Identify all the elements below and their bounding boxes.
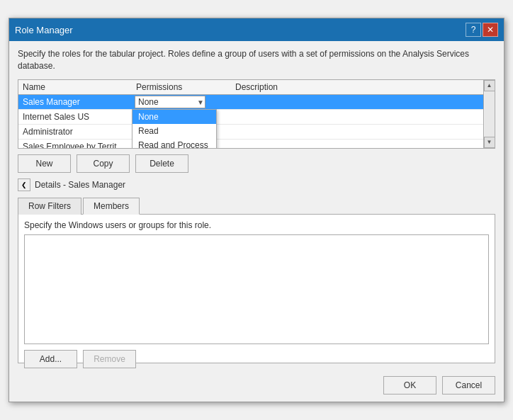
dropdown-item-none[interactable]: None	[133, 110, 216, 124]
title-bar-buttons: ? ✕	[466, 23, 498, 37]
table-scrollbar[interactable]: ▲ ▼	[483, 80, 495, 148]
table-row[interactable]: Administrator	[18, 124, 495, 139]
delete-button[interactable]: Delete	[135, 154, 188, 173]
role-manager-dialog: Role Manager ? ✕ Specify the roles for t…	[9, 18, 504, 402]
roles-table-container: Name Permissions Description Sales Manag…	[18, 79, 495, 149]
row-description	[231, 139, 495, 149]
row-name: Internet Sales US	[18, 109, 132, 124]
row-name: Sales Employee by Territ...	[18, 139, 132, 149]
row-name: Sales Manager	[18, 94, 132, 109]
table-row[interactable]: Sales Manager None Read Read and Process…	[18, 94, 495, 109]
close-button[interactable]: ✕	[483, 23, 498, 37]
scroll-track	[485, 91, 495, 137]
scroll-down-arrow[interactable]: ▼	[484, 137, 495, 148]
remove-button[interactable]: Remove	[83, 350, 136, 368]
row-description	[231, 94, 495, 109]
copy-button[interactable]: Copy	[77, 154, 130, 173]
row-description	[231, 109, 495, 124]
col-header-description: Description	[231, 80, 495, 95]
members-list	[24, 234, 489, 344]
details-section: ❮ Details - Sales Manager	[18, 178, 495, 191]
col-header-name: Name	[18, 80, 132, 95]
tab-row-filters-label: Row Filters	[28, 201, 71, 211]
row-permissions[interactable]: None Read Read and Process Process Admin…	[132, 94, 231, 109]
permissions-dropdown-wrapper: None Read Read and Process Process Admin…	[135, 96, 205, 108]
description-text: Specify the roles for the tabular projec…	[18, 48, 495, 72]
col-header-permissions: Permissions	[132, 80, 231, 95]
title-bar: Role Manager ? ✕	[9, 18, 504, 41]
details-toggle-icon: ❮	[21, 181, 27, 188]
tab-members[interactable]: Members	[83, 198, 140, 215]
ok-button[interactable]: OK	[383, 376, 436, 395]
row-name: Administrator	[18, 124, 132, 139]
roles-table: Name Permissions Description Sales Manag…	[18, 80, 495, 149]
table-row[interactable]: Internet Sales US	[18, 109, 495, 124]
details-label: Details - Sales Manager	[35, 180, 125, 190]
dropdown-item-read-process[interactable]: Read and Process	[133, 138, 216, 149]
tab-row-filters[interactable]: Row Filters	[18, 198, 81, 215]
new-button[interactable]: New	[18, 154, 71, 173]
row-description	[231, 124, 495, 139]
dialog-title: Role Manager	[15, 25, 73, 35]
tab-members-label: Members	[94, 201, 129, 211]
tab-content-members: Specify the Windows users or groups for …	[18, 215, 495, 363]
tabs-container: Row Filters Members	[18, 197, 495, 215]
details-toggle-button[interactable]: ❮	[18, 178, 30, 191]
permissions-select[interactable]: None Read Read and Process Process Admin…	[135, 96, 205, 108]
cancel-button[interactable]: Cancel	[442, 376, 495, 395]
table-row[interactable]: Sales Employee by Territ...	[18, 139, 495, 149]
add-button[interactable]: Add...	[24, 350, 77, 368]
dropdown-item-read[interactable]: Read	[133, 124, 216, 138]
help-button[interactable]: ?	[466, 23, 481, 37]
members-action-buttons: Add... Remove	[24, 350, 489, 368]
roles-action-buttons: New Copy Delete	[18, 154, 495, 173]
scroll-up-arrow[interactable]: ▲	[484, 80, 495, 91]
permissions-dropdown-menu: None Read Read and Process Process Admin…	[132, 109, 217, 149]
members-description: Specify the Windows users or groups for …	[24, 220, 489, 230]
dialog-body: Specify the roles for the tabular projec…	[9, 41, 504, 370]
footer-buttons: OK Cancel	[9, 370, 504, 402]
